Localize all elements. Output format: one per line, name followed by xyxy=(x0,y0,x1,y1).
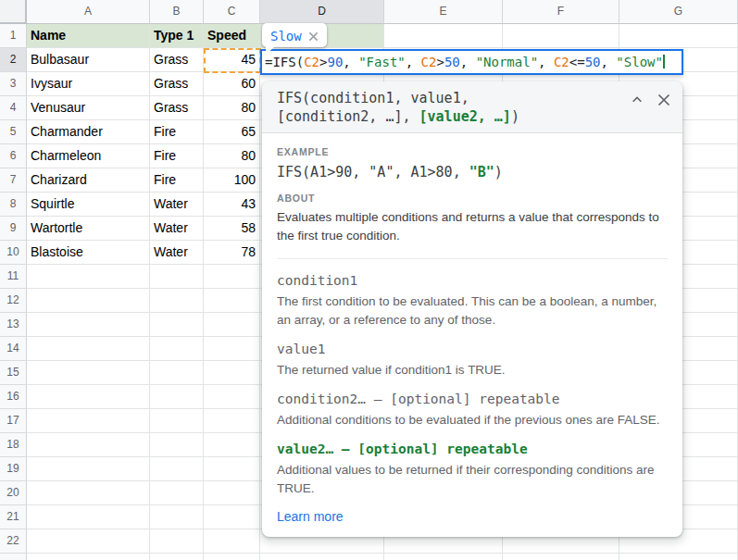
cell-A21[interactable] xyxy=(27,505,150,529)
cell-G23[interactable] xyxy=(619,554,738,560)
row-header-22[interactable]: 22 xyxy=(0,529,27,554)
cell-A15[interactable] xyxy=(27,361,150,385)
cell-C13[interactable] xyxy=(204,313,260,337)
row-header-20[interactable]: 20 xyxy=(0,481,27,505)
cell-F23[interactable] xyxy=(503,554,619,560)
cell-F1[interactable] xyxy=(503,24,619,48)
cell-B16[interactable] xyxy=(150,385,204,409)
cell-A19[interactable] xyxy=(27,457,150,481)
cell-C19[interactable] xyxy=(204,457,260,481)
cell-B13[interactable] xyxy=(150,313,204,337)
select-all-corner[interactable] xyxy=(0,0,27,24)
column-header-C[interactable]: C xyxy=(204,0,260,24)
row-header-10[interactable]: 10 xyxy=(0,241,27,265)
tooltip-close-icon[interactable] xyxy=(308,31,319,42)
cell-C12[interactable] xyxy=(204,289,260,313)
cell-B9[interactable]: Water xyxy=(150,217,204,241)
cell-C3[interactable]: 60 xyxy=(204,72,260,96)
cell-A5[interactable]: Charmander xyxy=(27,120,150,144)
cell-B5[interactable]: Fire xyxy=(150,120,204,144)
cell-C4[interactable]: 80 xyxy=(204,96,260,120)
row-header-21[interactable]: 21 xyxy=(0,505,27,529)
cell-A8[interactable]: Squirtle xyxy=(27,193,150,217)
cell-A7[interactable]: Charizard xyxy=(27,168,150,193)
cell-B1[interactable]: Type 1 xyxy=(150,24,204,48)
cell-A14[interactable] xyxy=(27,337,150,361)
cell-G1[interactable] xyxy=(619,24,738,48)
cell-A16[interactable] xyxy=(27,385,150,409)
cell-A22[interactable] xyxy=(27,529,150,554)
cell-A17[interactable] xyxy=(27,409,150,433)
close-icon[interactable] xyxy=(657,93,671,107)
row-header-2[interactable]: 2 xyxy=(0,48,27,72)
cell-E1[interactable] xyxy=(384,24,503,48)
cell-B20[interactable] xyxy=(150,481,204,505)
cell-A11[interactable] xyxy=(27,265,150,289)
cell-B23[interactable] xyxy=(150,554,204,560)
row-header-1[interactable]: 1 xyxy=(0,24,27,48)
cell-C14[interactable] xyxy=(204,337,260,361)
column-header-B[interactable]: B xyxy=(150,0,204,24)
row-header-9[interactable]: 9 xyxy=(0,217,27,241)
cell-B6[interactable]: Fire xyxy=(150,144,204,168)
cell-C10[interactable]: 78 xyxy=(204,241,260,265)
row-header-19[interactable]: 19 xyxy=(0,457,27,481)
column-header-F[interactable]: F xyxy=(503,0,619,24)
cell-B11[interactable] xyxy=(150,265,204,289)
cell-B10[interactable]: Water xyxy=(150,241,204,265)
cell-C5[interactable]: 65 xyxy=(204,120,260,144)
cell-B19[interactable] xyxy=(150,457,204,481)
row-header-8[interactable]: 8 xyxy=(0,193,27,217)
cell-A20[interactable] xyxy=(27,481,150,505)
cell-A12[interactable] xyxy=(27,289,150,313)
cell-A13[interactable] xyxy=(27,313,150,337)
cell-A23[interactable] xyxy=(27,554,150,560)
cell-C22[interactable] xyxy=(204,529,260,554)
cell-A6[interactable]: Charmeleon xyxy=(27,144,150,168)
cell-A9[interactable]: Wartortle xyxy=(27,217,150,241)
column-header-E[interactable]: E xyxy=(384,0,503,24)
cell-C9[interactable]: 58 xyxy=(204,217,260,241)
cell-C8[interactable]: 43 xyxy=(204,193,260,217)
row-header-4[interactable]: 4 xyxy=(0,96,27,120)
cell-B15[interactable] xyxy=(150,361,204,385)
cell-B21[interactable] xyxy=(150,505,204,529)
row-header-17[interactable]: 17 xyxy=(0,409,27,433)
row-header-7[interactable]: 7 xyxy=(0,168,27,193)
cell-B12[interactable] xyxy=(150,289,204,313)
cell-C20[interactable] xyxy=(204,481,260,505)
cell-C6[interactable]: 80 xyxy=(204,144,260,168)
cell-B8[interactable]: Water xyxy=(150,193,204,217)
row-header-12[interactable]: 12 xyxy=(0,289,27,313)
row-header-6[interactable]: 6 xyxy=(0,144,27,168)
cell-B18[interactable] xyxy=(150,433,204,457)
cell-C11[interactable] xyxy=(204,265,260,289)
cell-A2[interactable]: Bulbasaur xyxy=(27,48,150,72)
cell-C17[interactable] xyxy=(204,409,260,433)
row-header-13[interactable]: 13 xyxy=(0,313,27,337)
row-header-3[interactable]: 3 xyxy=(0,72,27,96)
collapse-icon[interactable] xyxy=(631,93,644,106)
cell-B14[interactable] xyxy=(150,337,204,361)
cell-B2[interactable]: Grass xyxy=(150,48,204,72)
row-header-15[interactable]: 15 xyxy=(0,361,27,385)
column-header-A[interactable]: A xyxy=(27,0,150,24)
cell-C23[interactable] xyxy=(204,554,260,560)
cell-A1[interactable]: Name xyxy=(27,24,150,48)
cell-C2[interactable]: 45 xyxy=(204,48,260,72)
learn-more-link[interactable]: Learn more xyxy=(277,509,344,524)
cell-A4[interactable]: Venusaur xyxy=(27,96,150,120)
row-header-11[interactable]: 11 xyxy=(0,265,27,289)
cell-B17[interactable] xyxy=(150,409,204,433)
cell-C21[interactable] xyxy=(204,505,260,529)
row-header-14[interactable]: 14 xyxy=(0,337,27,361)
cell-C16[interactable] xyxy=(204,385,260,409)
cell-B7[interactable]: Fire xyxy=(150,168,204,193)
row-header-23[interactable] xyxy=(0,554,27,560)
row-header-16[interactable]: 16 xyxy=(0,385,27,409)
formula-editor[interactable]: =IFS(C2>90, "Fast", C2>50, "Normal", C2<… xyxy=(260,49,683,75)
cell-C18[interactable] xyxy=(204,433,260,457)
cell-B4[interactable]: Grass xyxy=(150,96,204,120)
cell-B3[interactable]: Grass xyxy=(150,72,204,96)
cell-D23[interactable] xyxy=(260,554,384,560)
